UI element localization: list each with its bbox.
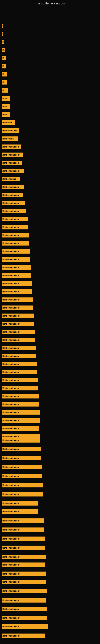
bar-row: Bottleneck result <box>1 281 32 286</box>
bar-label: Bott <box>2 113 7 116</box>
bar-row: Bottleneck result <box>1 314 34 318</box>
bar-row: Bottleneck result <box>1 426 39 431</box>
bar: Bottleneck result <box>1 456 41 460</box>
bar: Bottleneck result <box>1 589 47 593</box>
bar-row: Bottleneck resu <box>1 144 21 149</box>
bar-label: Bottleneck result <box>2 599 20 602</box>
bar-row: Bottleneck result <box>1 233 29 238</box>
bar: Bottleneck result <box>1 634 45 638</box>
bar: Bottl <box>1 96 10 100</box>
bar <box>1 8 2 12</box>
bar-row: Bottleneck result <box>1 492 43 496</box>
bar-row: Bottleneck result <box>1 290 32 294</box>
bar-label: Bottleneck result <box>2 493 20 496</box>
bar-row: Bottleneck result <box>1 265 31 270</box>
bar-label: Bottleneck result <box>2 387 20 390</box>
bar-row: Bottleneck result <box>1 225 28 230</box>
bar: Bottleneck result <box>1 354 36 358</box>
chart-container: TheBottlenecker.com EBEBoBBBoBoBoBottlBo… <box>0 0 100 644</box>
bar: Bottleneck result <box>1 501 38 506</box>
bar-row: Bottleneck result <box>1 322 34 326</box>
bar-label: Bo <box>2 49 5 51</box>
bar: Bottleneck result <box>1 528 44 532</box>
bar: Bottleneck result <box>1 607 47 611</box>
bar-row: Bottleneck result <box>1 572 46 576</box>
bar-row: Bottleneck result <box>1 217 28 222</box>
bar-label: Bottleneck result <box>2 210 20 212</box>
bar-label: Bottleneck result <box>2 411 20 414</box>
bar: Bottleneck result <box>1 410 40 414</box>
bar-label: Bottleneck re <box>2 178 16 180</box>
bar-row: Bottleneck result <box>1 465 42 469</box>
bar: E <box>1 40 3 44</box>
bar-row: E <box>1 40 3 44</box>
bar: Bottleneck result <box>1 152 23 157</box>
bar-label: Bott <box>2 105 7 108</box>
bar-label: Bottleneck result <box>2 484 20 486</box>
bar: Bottleneck result <box>1 616 47 620</box>
bar-label: Bottleneck result <box>2 242 20 244</box>
bar: Bottleneck result <box>1 483 43 488</box>
bar-label: Bottleneck result <box>2 186 20 188</box>
bar-label: Bottleneck result <box>2 617 20 619</box>
bar: Bottleneck result <box>1 518 44 523</box>
bar-row: Bottleneck result <box>1 555 46 559</box>
bar-label: Bottleneck result <box>2 510 20 513</box>
bar-row: Bottleneck result <box>1 386 38 390</box>
bar-row: B <box>1 56 6 60</box>
bar-row: Bottleneck result <box>1 209 26 213</box>
bar: Bottleneck result <box>1 201 25 205</box>
bar-row: Bottleneck result <box>1 546 45 550</box>
bar: Bottleneck result <box>1 314 34 318</box>
bar: Bottleneck result <box>1 346 36 350</box>
bar-row: Bottleneck result <box>1 536 45 541</box>
bar-label: Bottleneck result <box>2 170 20 172</box>
bar: Bottleneck result <box>1 402 39 406</box>
bar-row: Bottleneck result <box>1 394 39 398</box>
bar-row: Bottleneck result <box>1 346 36 350</box>
bar-label: Bottleneck result <box>2 290 20 293</box>
bar: Bo <box>1 88 8 92</box>
bar: Bottleneck result <box>1 217 28 222</box>
bar-label: Bottleneck result <box>2 322 20 325</box>
bar: Bottleneck result <box>1 546 45 550</box>
bar-row: Bottleneck result <box>1 298 33 302</box>
bar: Bottleneck result <box>1 298 33 302</box>
bar: Bottleneck result <box>1 474 42 478</box>
bar: Bottleneck result <box>1 338 35 342</box>
bar-row: Bottleneck result <box>1 483 43 488</box>
bar: Bottleneck result <box>1 185 24 189</box>
bar-row: Bottleneck result <box>1 528 44 532</box>
bar: Bottleneck result <box>1 209 26 213</box>
bar-label: Bottleneck result <box>2 266 20 269</box>
bar: Bottleneck result <box>1 370 37 374</box>
bar-row: Bottleneck result <box>1 249 30 254</box>
bar: Bottleneck result <box>1 362 37 366</box>
bar-row: Bottlenec <box>1 120 15 125</box>
bar-row: Bo <box>1 88 8 92</box>
bar: B <box>1 56 6 60</box>
bar-row: Bo <box>1 80 7 84</box>
bar-label: Bottleneck result <box>2 608 20 610</box>
bar-row: Bottleneck result <box>1 634 45 638</box>
bar-row: Bottleneck result <box>1 589 47 593</box>
bar-row: Bottl <box>1 96 10 100</box>
bar-row: Bottleneck result <box>1 418 40 422</box>
bar-label: Bottleneck result <box>2 502 20 504</box>
bar-label: Bottl <box>2 97 7 100</box>
bar-label: Bottleneck result <box>2 546 20 549</box>
bar: Bottleneck result <box>1 225 28 230</box>
bar-row: Bottleneck result <box>1 456 41 460</box>
bar-label: Bottlenec <box>2 121 12 124</box>
bar-row: Bottleneck result <box>1 607 47 611</box>
bar-row: Bottleneck result <box>1 362 37 366</box>
bar-label: Bottleneck result <box>2 347 20 349</box>
bar-label: B <box>2 65 4 68</box>
bar <box>1 16 2 20</box>
bar-row: Bottleneck result <box>1 438 40 442</box>
bar-row: Bottleneck <box>1 136 18 141</box>
bar: Bottleneck resu <box>1 193 23 197</box>
bar-row: Bottleneck result <box>1 338 35 342</box>
bar: Bottleneck result <box>1 386 38 390</box>
bar-row: Bottleneck result <box>1 474 42 478</box>
